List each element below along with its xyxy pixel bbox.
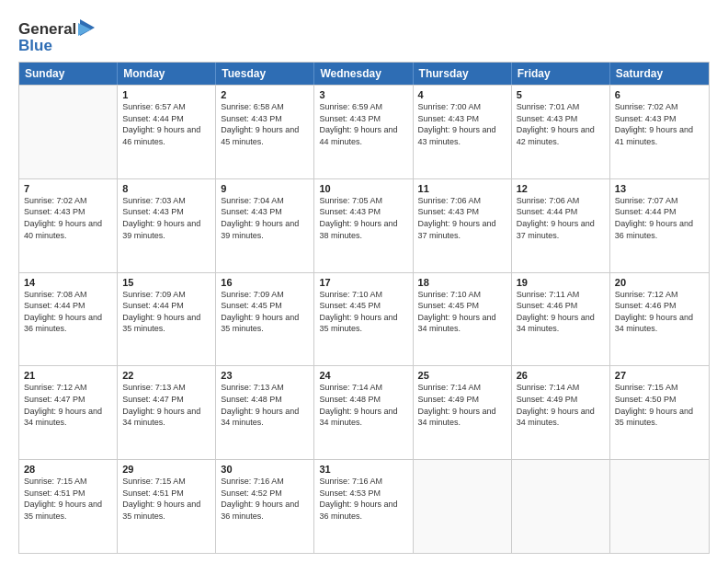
cell-sun-info: Sunrise: 7:13 AMSunset: 4:48 PMDaylight:… — [221, 382, 309, 428]
cell-sun-info: Sunrise: 6:58 AMSunset: 4:43 PMDaylight:… — [221, 101, 309, 147]
calendar-cell: 26Sunrise: 7:14 AMSunset: 4:49 PMDayligh… — [512, 366, 610, 459]
calendar-cell — [19, 86, 118, 178]
calendar-cell: 10Sunrise: 7:05 AMSunset: 4:43 PMDayligh… — [314, 179, 413, 272]
cell-sun-info: Sunrise: 7:09 AMSunset: 4:44 PMDaylight:… — [122, 289, 210, 335]
cell-sun-info: Sunrise: 7:04 AMSunset: 4:43 PMDaylight:… — [221, 195, 309, 241]
cell-sun-info: Sunrise: 7:10 AMSunset: 4:45 PMDaylight:… — [319, 289, 407, 335]
cell-sun-info: Sunrise: 7:14 AMSunset: 4:49 PMDaylight:… — [517, 382, 605, 428]
calendar-cell — [414, 460, 512, 553]
calendar-cell: 8Sunrise: 7:03 AMSunset: 4:43 PMDaylight… — [118, 179, 216, 272]
cell-sun-info: Sunrise: 6:59 AMSunset: 4:43 PMDaylight:… — [319, 101, 407, 147]
logo-text: General — [18, 20, 76, 39]
cell-sun-info: Sunrise: 6:57 AMSunset: 4:44 PMDaylight:… — [122, 101, 210, 147]
cell-sun-info: Sunrise: 7:14 AMSunset: 4:48 PMDaylight:… — [319, 382, 407, 428]
cell-sun-info: Sunrise: 7:12 AMSunset: 4:47 PMDaylight:… — [24, 382, 112, 428]
cell-day-number: 7 — [24, 183, 112, 194]
cell-day-number: 26 — [517, 370, 605, 381]
cell-sun-info: Sunrise: 7:03 AMSunset: 4:43 PMDaylight:… — [122, 195, 210, 241]
cell-day-number: 2 — [221, 89, 309, 100]
cell-day-number: 11 — [418, 183, 506, 194]
cell-day-number: 6 — [615, 89, 704, 100]
cell-sun-info: Sunrise: 7:16 AMSunset: 4:53 PMDaylight:… — [319, 476, 407, 522]
logo: General Blue — [18, 17, 95, 54]
cell-day-number: 25 — [418, 370, 506, 381]
cell-sun-info: Sunrise: 7:01 AMSunset: 4:43 PMDaylight:… — [517, 101, 605, 147]
calendar-cell: 18Sunrise: 7:10 AMSunset: 4:45 PMDayligh… — [414, 273, 512, 366]
cell-day-number: 28 — [24, 464, 112, 475]
week-row-1: 1Sunrise: 6:57 AMSunset: 4:44 PMDaylight… — [19, 85, 709, 178]
cell-sun-info: Sunrise: 7:06 AMSunset: 4:43 PMDaylight:… — [418, 195, 506, 241]
header-day-monday: Monday — [118, 63, 216, 85]
calendar-cell: 21Sunrise: 7:12 AMSunset: 4:47 PMDayligh… — [19, 366, 118, 459]
cell-day-number: 4 — [418, 89, 506, 100]
cell-sun-info: Sunrise: 7:14 AMSunset: 4:49 PMDaylight:… — [418, 382, 506, 428]
calendar: SundayMondayTuesdayWednesdayThursdayFrid… — [18, 62, 710, 554]
cell-day-number: 23 — [221, 370, 309, 381]
week-row-2: 7Sunrise: 7:02 AMSunset: 4:43 PMDaylight… — [19, 178, 709, 272]
calendar-cell: 25Sunrise: 7:14 AMSunset: 4:49 PMDayligh… — [414, 366, 512, 459]
calendar-body: 1Sunrise: 6:57 AMSunset: 4:44 PMDaylight… — [19, 85, 709, 553]
calendar-cell: 1Sunrise: 6:57 AMSunset: 4:44 PMDaylight… — [118, 86, 216, 178]
calendar-cell — [610, 460, 709, 553]
calendar-cell: 20Sunrise: 7:12 AMSunset: 4:46 PMDayligh… — [610, 273, 709, 366]
cell-sun-info: Sunrise: 7:16 AMSunset: 4:52 PMDaylight:… — [221, 476, 309, 522]
week-row-3: 14Sunrise: 7:08 AMSunset: 4:44 PMDayligh… — [19, 272, 709, 366]
cell-sun-info: Sunrise: 7:15 AMSunset: 4:51 PMDaylight:… — [122, 476, 210, 522]
cell-day-number: 3 — [319, 89, 407, 100]
cell-sun-info: Sunrise: 7:02 AMSunset: 4:43 PMDaylight:… — [615, 101, 704, 147]
logo-icon — [78, 19, 95, 38]
cell-sun-info: Sunrise: 7:00 AMSunset: 4:43 PMDaylight:… — [418, 101, 506, 147]
page-header: General Blue — [18, 17, 710, 54]
cell-sun-info: Sunrise: 7:11 AMSunset: 4:46 PMDaylight:… — [517, 289, 605, 335]
calendar-cell: 3Sunrise: 6:59 AMSunset: 4:43 PMDaylight… — [314, 86, 413, 178]
cell-day-number: 21 — [24, 370, 112, 381]
cell-day-number: 19 — [517, 277, 605, 288]
cell-sun-info: Sunrise: 7:06 AMSunset: 4:44 PMDaylight:… — [517, 195, 605, 241]
header-day-wednesday: Wednesday — [314, 63, 413, 85]
cell-day-number: 18 — [418, 277, 506, 288]
calendar-cell: 2Sunrise: 6:58 AMSunset: 4:43 PMDaylight… — [216, 86, 314, 178]
cell-day-number: 1 — [122, 89, 210, 100]
cell-day-number: 5 — [517, 89, 605, 100]
cell-day-number: 14 — [24, 277, 112, 288]
calendar-cell: 28Sunrise: 7:15 AMSunset: 4:51 PMDayligh… — [19, 460, 118, 553]
cell-sun-info: Sunrise: 7:09 AMSunset: 4:45 PMDaylight:… — [221, 289, 309, 335]
cell-sun-info: Sunrise: 7:12 AMSunset: 4:46 PMDaylight:… — [615, 289, 704, 335]
calendar-cell: 9Sunrise: 7:04 AMSunset: 4:43 PMDaylight… — [216, 179, 314, 272]
calendar-cell: 4Sunrise: 7:00 AMSunset: 4:43 PMDaylight… — [414, 86, 512, 178]
cell-day-number: 10 — [319, 183, 407, 194]
calendar-cell: 29Sunrise: 7:15 AMSunset: 4:51 PMDayligh… — [118, 460, 216, 553]
cell-sun-info: Sunrise: 7:15 AMSunset: 4:50 PMDaylight:… — [615, 382, 704, 428]
cell-sun-info: Sunrise: 7:07 AMSunset: 4:44 PMDaylight:… — [615, 195, 704, 241]
cell-day-number: 16 — [221, 277, 309, 288]
calendar-cell: 7Sunrise: 7:02 AMSunset: 4:43 PMDaylight… — [19, 179, 118, 272]
week-row-4: 21Sunrise: 7:12 AMSunset: 4:47 PMDayligh… — [19, 365, 709, 459]
logo-blue: Blue — [18, 37, 95, 55]
header-day-thursday: Thursday — [414, 63, 512, 85]
calendar-cell: 15Sunrise: 7:09 AMSunset: 4:44 PMDayligh… — [118, 273, 216, 366]
calendar-cell: 17Sunrise: 7:10 AMSunset: 4:45 PMDayligh… — [314, 273, 413, 366]
week-row-5: 28Sunrise: 7:15 AMSunset: 4:51 PMDayligh… — [19, 459, 709, 553]
calendar-header: SundayMondayTuesdayWednesdayThursdayFrid… — [19, 63, 709, 85]
calendar-cell: 22Sunrise: 7:13 AMSunset: 4:47 PMDayligh… — [118, 366, 216, 459]
header-day-friday: Friday — [512, 63, 610, 85]
calendar-cell: 24Sunrise: 7:14 AMSunset: 4:48 PMDayligh… — [314, 366, 413, 459]
calendar-cell: 19Sunrise: 7:11 AMSunset: 4:46 PMDayligh… — [512, 273, 610, 366]
cell-day-number: 22 — [122, 370, 210, 381]
header-day-sunday: Sunday — [19, 63, 118, 85]
calendar-cell: 31Sunrise: 7:16 AMSunset: 4:53 PMDayligh… — [314, 460, 413, 553]
cell-sun-info: Sunrise: 7:15 AMSunset: 4:51 PMDaylight:… — [24, 476, 112, 522]
cell-day-number: 31 — [319, 464, 407, 475]
header-day-saturday: Saturday — [610, 63, 709, 85]
cell-day-number: 15 — [122, 277, 210, 288]
calendar-cell: 13Sunrise: 7:07 AMSunset: 4:44 PMDayligh… — [610, 179, 709, 272]
calendar-cell: 5Sunrise: 7:01 AMSunset: 4:43 PMDaylight… — [512, 86, 610, 178]
cell-day-number: 17 — [319, 277, 407, 288]
cell-day-number: 9 — [221, 183, 309, 194]
cell-sun-info: Sunrise: 7:05 AMSunset: 4:43 PMDaylight:… — [319, 195, 407, 241]
calendar-cell: 27Sunrise: 7:15 AMSunset: 4:50 PMDayligh… — [610, 366, 709, 459]
cell-sun-info: Sunrise: 7:13 AMSunset: 4:47 PMDaylight:… — [122, 382, 210, 428]
cell-day-number: 12 — [517, 183, 605, 194]
cell-day-number: 30 — [221, 464, 309, 475]
calendar-cell: 12Sunrise: 7:06 AMSunset: 4:44 PMDayligh… — [512, 179, 610, 272]
